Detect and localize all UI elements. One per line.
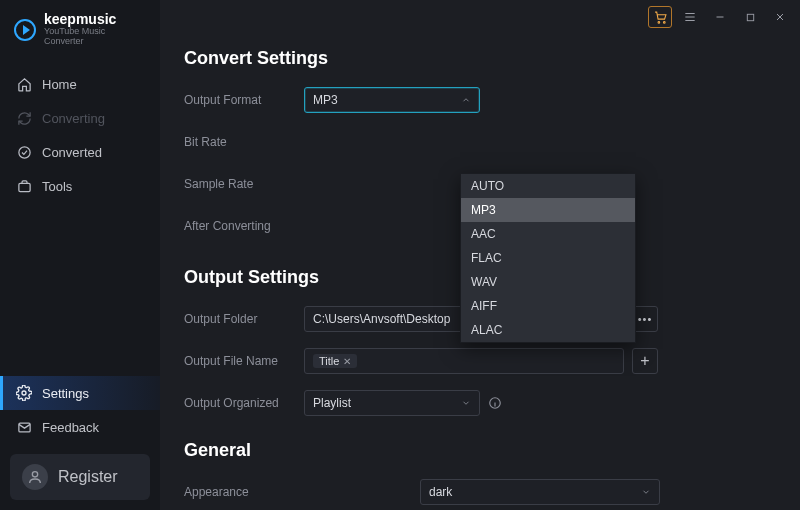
label-output-format: Output Format [184,93,304,107]
select-output-format[interactable]: MP3 [304,87,480,113]
sidebar-bottom: Settings Feedback Register [0,376,160,510]
dropdown-option-auto[interactable]: AUTO [461,174,635,198]
chip-label: Title [319,355,339,367]
brand: keepmusic YouTube Music Converter [0,0,160,61]
svg-point-6 [663,21,665,23]
dropdown-output-format: AUTO MP3 AAC FLAC WAV AIFF ALAC [460,173,636,343]
label-output-folder: Output Folder [184,312,304,326]
sidebar-item-converted[interactable]: Converted [0,135,160,169]
brand-subtitle: YouTube Music Converter [44,27,146,47]
maximize-button[interactable] [738,6,762,28]
svg-point-2 [22,391,26,395]
register-button[interactable]: Register [10,454,150,500]
svg-point-5 [658,21,660,23]
primary-nav: Home Converting Converted Tools [0,67,160,203]
minimize-button[interactable] [708,6,732,28]
section-title-convert: Convert Settings [184,48,776,69]
dropdown-option-flac[interactable]: FLAC [461,246,635,270]
sidebar-item-settings[interactable]: Settings [0,376,160,410]
sidebar-item-label: Converted [42,145,102,160]
sidebar-item-label: Feedback [42,420,99,435]
ellipsis-icon: ••• [638,313,653,325]
gear-icon [16,385,32,401]
chevron-up-icon [461,95,471,105]
chevron-down-icon [641,487,651,497]
sidebar-item-converting[interactable]: Converting [0,101,160,135]
sidebar-item-home[interactable]: Home [0,67,160,101]
row-output-filename: Output File Name Title ✕ + [184,346,776,376]
info-icon[interactable] [488,396,502,410]
cart-button[interactable] [648,6,672,28]
input-value: C:\Users\Anvsoft\Desktop [313,312,450,326]
select-value: dark [429,485,452,499]
dropdown-option-aiff[interactable]: AIFF [461,294,635,318]
brand-text: keepmusic YouTube Music Converter [44,12,146,47]
sidebar-item-label: Tools [42,179,72,194]
label-output-filename: Output File Name [184,354,304,368]
avatar-icon [22,464,48,490]
titlebar [160,0,800,34]
svg-point-4 [32,472,37,477]
chip-remove-icon[interactable]: ✕ [343,356,351,367]
row-output-format: Output Format MP3 [184,85,776,115]
dropdown-option-alac[interactable]: ALAC [461,318,635,342]
close-button[interactable] [768,6,792,28]
hamburger-menu-button[interactable] [678,6,702,28]
select-output-organized[interactable]: Playlist [304,390,480,416]
select-appearance[interactable]: dark [420,479,660,505]
chevron-down-icon [461,398,471,408]
svg-rect-1 [18,183,29,191]
dropdown-option-wav[interactable]: WAV [461,270,635,294]
brand-name: keepmusic [44,12,146,27]
dropdown-option-aac[interactable]: AAC [461,222,635,246]
sidebar: keepmusic YouTube Music Converter Home C… [0,0,160,510]
filename-chip[interactable]: Title ✕ [313,354,357,368]
dropdown-option-mp3[interactable]: MP3 [461,198,635,222]
select-value: MP3 [313,93,338,107]
label-appearance: Appearance [184,485,420,499]
converted-icon [16,144,32,160]
row-appearance: Appearance dark [184,477,776,507]
plus-icon: + [640,352,649,370]
label-bit-rate: Bit Rate [184,135,304,149]
label-output-organized: Output Organized [184,396,304,410]
select-value: Playlist [313,396,351,410]
home-icon [16,76,32,92]
label-sample-rate: Sample Rate [184,177,304,191]
input-output-filename[interactable]: Title ✕ [304,348,624,374]
svg-point-0 [18,147,29,158]
section-title-general: General [184,440,776,461]
row-bit-rate: Bit Rate [184,127,776,157]
converting-icon [16,110,32,126]
content-scroll: Convert Settings Output Format MP3 Bit R… [160,34,800,510]
label-after-converting: After Converting [184,219,304,233]
brand-logo-icon [14,19,36,41]
add-filename-token-button[interactable]: + [632,348,658,374]
sidebar-item-label: Home [42,77,77,92]
app-window: keepmusic YouTube Music Converter Home C… [0,0,800,510]
svg-rect-7 [747,14,753,20]
main: Convert Settings Output Format MP3 Bit R… [160,0,800,510]
row-output-organized: Output Organized Playlist [184,388,776,418]
sidebar-item-feedback[interactable]: Feedback [0,410,160,444]
sidebar-item-tools[interactable]: Tools [0,169,160,203]
sidebar-item-label: Converting [42,111,105,126]
register-label: Register [58,468,118,486]
tools-icon [16,178,32,194]
sidebar-item-label: Settings [42,386,89,401]
feedback-icon [16,419,32,435]
